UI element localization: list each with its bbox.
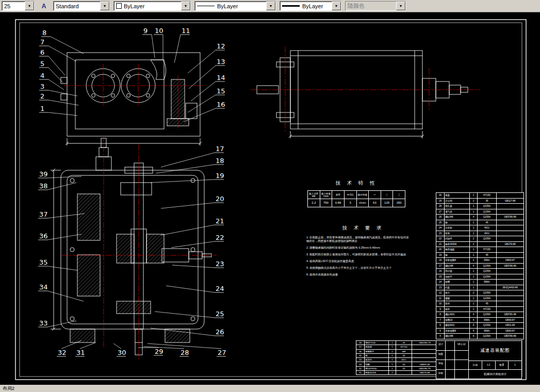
bom-cell: GB93-87 xyxy=(497,258,524,264)
bom-cell: 21 xyxy=(436,241,445,247)
bom-row: 11螺塞1Q235A xyxy=(436,296,524,301)
bom-row: 26螺栓M64Q235AGB5780-86 xyxy=(436,215,524,220)
bom-cell: 26 xyxy=(436,215,445,220)
callout-1: 1 xyxy=(39,105,77,116)
bom-cell: 轴 xyxy=(365,353,389,357)
linetype-combo[interactable]: ByLayer ▼ xyxy=(194,1,276,11)
linetype-dropdown-arrow[interactable]: ▼ xyxy=(266,2,275,10)
bom-cell: 挡油环 xyxy=(445,236,470,242)
lineweight-dropdown-arrow[interactable]: ▼ xyxy=(332,2,341,10)
bom-row: 18弹簧垫圈8465MnGB93-87 xyxy=(436,258,524,264)
bom-cell: 4 xyxy=(470,328,478,334)
bom-cell xyxy=(497,236,524,242)
callout-15: 15 xyxy=(188,87,225,112)
status-bar: 布局2 xyxy=(0,385,540,392)
callout-10: 10 xyxy=(154,27,163,60)
drawing-subtitle: 机械设计课程设计 xyxy=(469,370,521,379)
text-style-icon[interactable]: A xyxy=(38,1,50,12)
tech-char-table: 输入功率 kW输入转速 r/min效率传动比输出转速一二三2.27500.893… xyxy=(307,190,405,207)
bom-cell: 螺母M10 xyxy=(445,323,470,329)
bom-cell: 1 xyxy=(470,225,478,231)
bom-cell: 螺栓M10 xyxy=(445,312,470,318)
bom-cell: 29 xyxy=(436,198,445,204)
tech-char-header: 二 xyxy=(381,191,393,199)
role-label: 制图 xyxy=(436,351,446,360)
callout-31: 31 xyxy=(75,342,96,356)
bom-cell xyxy=(497,193,524,199)
bom-cell xyxy=(478,241,497,247)
bom-cell xyxy=(497,306,524,312)
bom-cell xyxy=(396,371,412,375)
layer-dropdown-arrow[interactable]: ▼ xyxy=(25,2,34,10)
bom-row: 35轴145 xyxy=(356,353,438,357)
layout-tab[interactable]: 布局2 xyxy=(3,385,14,392)
bom-cell: 45 xyxy=(396,366,412,370)
bom-row: 34锥齿轮140Cr xyxy=(356,358,438,362)
bom-cell: GB891-86 xyxy=(412,362,438,366)
role-label: 审核 xyxy=(436,360,446,369)
bom-cell xyxy=(497,301,524,307)
bom-cell: Q235A xyxy=(478,209,497,215)
bom-cell: 1 xyxy=(470,306,478,312)
title-block-main: 减速器装配图 比例 1:2 数量 1 机械设计课程设计 xyxy=(469,341,521,379)
color-dropdown-arrow[interactable]: ▼ xyxy=(181,2,190,10)
bom-cell: 6 xyxy=(470,323,478,329)
svg-text:15: 15 xyxy=(217,87,225,95)
bom-cell: 锥齿轮 xyxy=(365,358,389,362)
bom-cell: 45 xyxy=(396,353,412,357)
bom-cell xyxy=(497,290,524,296)
color-value: ByLayer xyxy=(124,3,181,9)
svg-text:39: 39 xyxy=(39,170,48,178)
bom-cell: 32 xyxy=(356,366,365,370)
callout-13: 13 xyxy=(189,58,225,89)
bom-cell: 9 xyxy=(436,306,445,312)
bom-cell: GB93-87 xyxy=(497,328,524,334)
bom-cell: Q235A xyxy=(478,215,497,220)
bom-cell: 轴承盖 xyxy=(365,345,389,349)
layer-combo[interactable]: 25 ▼ xyxy=(2,1,35,11)
bom-row: 13闷盖1JB/ZQ4450-86 xyxy=(436,285,524,290)
bom-cell: 08F xyxy=(396,349,412,353)
text-style-combo[interactable]: Standard ▼ xyxy=(53,1,110,11)
text-style-dropdown-arrow[interactable]: ▼ xyxy=(100,2,109,10)
bom-cell: 8 xyxy=(436,312,445,318)
bom-cell: 1 xyxy=(470,209,478,215)
svg-text:13: 13 xyxy=(217,58,225,66)
bom-cell: 40Cr xyxy=(478,225,497,231)
bom-cell: 油标尺 xyxy=(445,274,470,280)
drawing-canvas[interactable]: 1234567891011121314151617181920212223242… xyxy=(0,12,540,385)
bom-cell: 24 xyxy=(436,225,445,231)
bom-cell: 4 xyxy=(436,334,445,339)
bom-cell: 键14X9X40 xyxy=(365,366,389,370)
properties-toolbar: 25 ▼ A Standard ▼ ByLayer ▼ ByLayer ▼ By… xyxy=(0,0,540,12)
tech-requirements-block: 技 术 要 求 1. 在装配之前，所有零件用煤油清洗，滚动轴承用汽油清洗，机体内… xyxy=(306,225,420,280)
bom-cell: Q235A xyxy=(478,263,497,269)
bom-cell: 36 xyxy=(356,349,365,353)
bom-cell: 1 xyxy=(389,341,396,345)
bom-cell: 键8X7X40 xyxy=(365,341,389,345)
color-combo[interactable]: ByLayer ▼ xyxy=(113,1,191,11)
bom-cell: 31 xyxy=(356,371,365,375)
lineweight-value: ByLayer xyxy=(302,3,332,9)
bom-cell: 螺栓M8 xyxy=(445,334,470,339)
svg-text:20: 20 xyxy=(216,195,224,203)
tech-char-value: 2.2 xyxy=(308,199,320,207)
bom-cell: 螺栓M8 xyxy=(445,263,470,269)
bom-cell xyxy=(412,358,438,362)
svg-text:34: 34 xyxy=(39,283,48,291)
bom-cell: 20 xyxy=(436,247,445,253)
svg-text:4: 4 xyxy=(40,72,44,79)
bom-cell: 4 xyxy=(470,215,478,220)
bom-cell: GB5780-86 xyxy=(497,263,524,269)
lineweight-combo[interactable]: ByLayer ▼ xyxy=(280,1,341,11)
bom-cell xyxy=(497,225,524,231)
bom-row: 30箱盖1HT150 xyxy=(436,193,524,199)
section-centerlines xyxy=(62,135,217,361)
plotstyle-value: 随颜色 xyxy=(348,2,396,10)
linetype-value: ByLayer xyxy=(217,3,266,9)
bom-row: 22挡油环2Q235A xyxy=(436,236,524,242)
bom-cell: 2 xyxy=(470,290,478,296)
bom-cell: 垫圈 xyxy=(445,280,470,285)
bom-cell: 轴 xyxy=(445,252,470,258)
bom-cell: GB117-86 xyxy=(497,198,524,204)
